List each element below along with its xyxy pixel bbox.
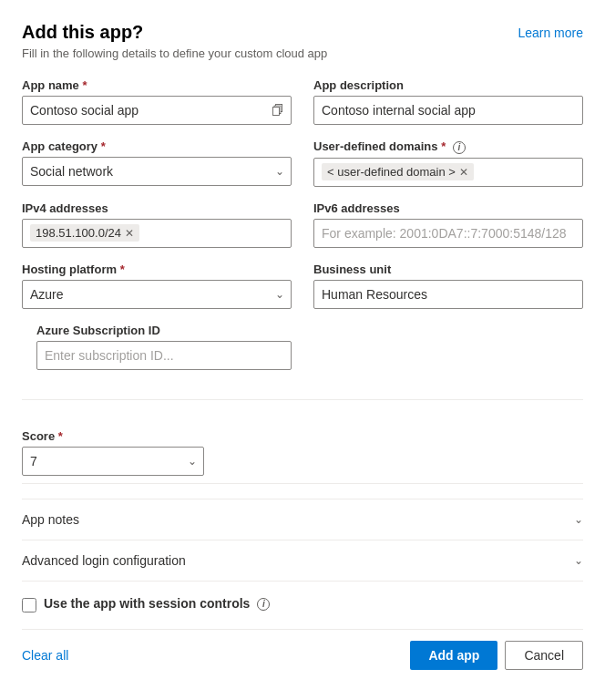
- azure-subscription-label: Azure Subscription ID: [36, 324, 292, 337]
- info-icon[interactable]: i: [453, 141, 466, 154]
- app-notes-accordion: App notes ⌄: [22, 499, 583, 540]
- business-unit-group: Business unit: [313, 262, 583, 309]
- app-name-label: App name *: [22, 78, 292, 92]
- advanced-login-header[interactable]: Advanced login configuration ⌄: [22, 540, 583, 581]
- session-controls-label[interactable]: Use the app with session controls i: [44, 596, 270, 611]
- advanced-login-label: Advanced login configuration: [22, 553, 186, 568]
- app-description-input[interactable]: [313, 96, 583, 125]
- business-unit-label: Business unit: [313, 262, 583, 276]
- ipv4-input[interactable]: 198.51.100.0/24 ✕: [22, 219, 292, 248]
- score-group: Score * 12345678910 ⌄: [22, 429, 292, 476]
- app-category-group: App category * Social networkBusinessCol…: [22, 139, 292, 187]
- ipv6-input[interactable]: [313, 219, 583, 248]
- user-defined-domains-group: User-defined domains * i < user-defined …: [313, 139, 583, 187]
- user-defined-domains-label: User-defined domains * i: [313, 139, 583, 154]
- azure-subscription-input[interactable]: [36, 341, 292, 370]
- app-name-group: App name * 🗍: [22, 78, 292, 125]
- add-app-button[interactable]: Add app: [410, 641, 497, 670]
- ipv4-tag-remove[interactable]: ✕: [125, 228, 134, 239]
- form-divider: [22, 399, 583, 400]
- score-label: Score *: [22, 429, 292, 443]
- chevron-down-icon: ⌄: [574, 513, 583, 526]
- header: Add this app? Fill in the following deta…: [22, 22, 583, 60]
- ipv4-label: IPv4 addresses: [22, 201, 292, 215]
- score-select-wrapper: 12345678910 ⌄: [22, 447, 204, 476]
- ipv6-group: IPv6 addresses: [313, 201, 583, 248]
- domain-tag-remove[interactable]: ✕: [459, 167, 468, 178]
- app-name-input[interactable]: [22, 96, 292, 125]
- domain-tag: < user-defined domain > ✕: [322, 163, 474, 180]
- clear-all-button[interactable]: Clear all: [22, 648, 68, 663]
- footer-buttons: Add app Cancel: [410, 641, 583, 670]
- ipv4-tag: 198.51.100.0/24 ✕: [30, 224, 139, 242]
- ipv4-group: IPv4 addresses 198.51.100.0/24 ✕: [22, 201, 292, 248]
- header-text: Add this app? Fill in the following deta…: [22, 22, 327, 60]
- business-unit-input[interactable]: [313, 280, 583, 309]
- accordion-top-divider: [22, 483, 583, 484]
- copy-icon[interactable]: 🗍: [272, 103, 284, 118]
- app-category-select-wrapper: Social networkBusinessCollaborationOther…: [22, 157, 292, 186]
- session-controls-row: Use the app with session controls i: [22, 596, 583, 614]
- ipv6-label: IPv6 addresses: [313, 201, 583, 215]
- user-defined-domains-input[interactable]: < user-defined domain > ✕: [313, 158, 583, 187]
- app-notes-label: App notes: [22, 512, 79, 527]
- app-description-group: App description: [313, 78, 583, 125]
- app-notes-header[interactable]: App notes ⌄: [22, 499, 583, 540]
- score-select[interactable]: 12345678910: [22, 447, 204, 476]
- grid-spacer: [313, 324, 583, 370]
- hosting-platform-select-wrapper: AzureAWSGCPOther ⌄: [22, 280, 292, 309]
- cancel-button[interactable]: Cancel: [505, 641, 583, 670]
- app-description-label: App description: [313, 78, 583, 92]
- hosting-platform-label: Hosting platform *: [22, 262, 292, 276]
- app-name-input-wrapper: 🗍: [22, 96, 292, 125]
- learn-more-link[interactable]: Learn more: [518, 26, 583, 40]
- advanced-login-accordion: Advanced login configuration ⌄: [22, 540, 583, 581]
- info-icon[interactable]: i: [257, 598, 270, 611]
- footer: Clear all Add app Cancel: [22, 629, 583, 670]
- page-subtitle: Fill in the following details to define …: [22, 46, 327, 60]
- azure-subscription-group: Azure Subscription ID: [36, 324, 292, 370]
- hosting-platform-group: Hosting platform * AzureAWSGCPOther ⌄: [22, 262, 292, 309]
- app-category-label: App category *: [22, 139, 292, 153]
- page-title: Add this app?: [22, 22, 327, 43]
- form-grid: App name * 🗍 App description App categor…: [22, 78, 583, 476]
- session-controls-checkbox[interactable]: [22, 598, 36, 612]
- app-category-select[interactable]: Social networkBusinessCollaborationOther: [22, 157, 292, 186]
- accordion: App notes ⌄ Advanced login configuration…: [22, 499, 583, 582]
- chevron-down-icon: ⌄: [574, 554, 583, 567]
- score-spacer: [313, 429, 583, 476]
- hosting-platform-select[interactable]: AzureAWSGCPOther: [22, 280, 292, 309]
